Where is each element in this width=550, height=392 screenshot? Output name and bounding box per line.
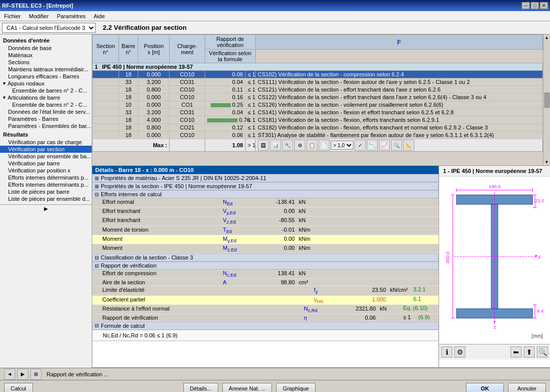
force-value-1: -138.41: [261, 198, 297, 207]
expand-icon-verif: ⊟: [95, 263, 99, 269]
table-scrollbar[interactable]: ▲ ▼: [543, 34, 550, 165]
sidebar-item-params-barres[interactable]: Paramètres - Barres: [0, 115, 92, 122]
table-row-2[interactable]: 33 3.200 CO31 0.04 ≤ 1 CS111) Vérificati…: [93, 78, 543, 86]
sidebar-item-verif-ensemble[interactable]: Vérification par ensemble de ba...: [0, 153, 92, 160]
toolbar-icon-2[interactable]: 📊: [270, 140, 281, 151]
svg-text:190.0: 190.0: [489, 184, 500, 189]
col-header-F: F: [256, 35, 543, 50]
table-row-9[interactable]: 18 0.000 CO10 0.06 ≤ 1 ST301) Analyse de…: [93, 132, 543, 139]
ok-button[interactable]: OK: [466, 383, 504, 393]
sidebar-item-donnees-base[interactable]: Données de base: [0, 45, 92, 52]
force-label-1: Effort normal: [92, 198, 221, 207]
sidebar-item-efforts-1[interactable]: Efforts internes déterminants p...: [0, 174, 92, 181]
close-button[interactable]: ✕: [540, 2, 548, 9]
toolbar-icon-10[interactable]: 🔍: [391, 140, 402, 151]
diagram-info-btn[interactable]: ℹ: [441, 346, 452, 358]
classification-header[interactable]: ⊟ Classification de la section - Classe …: [92, 253, 439, 262]
sidebar-item-maintiens[interactable]: Maintiens latéraux intermédiair...: [0, 66, 92, 73]
minimize-button[interactable]: ─: [522, 2, 530, 9]
max-value: [170, 139, 205, 152]
verif-ref-2: [322, 279, 439, 286]
diagram-up-btn[interactable]: ⬆: [524, 346, 535, 358]
sidebar-item-longueurs[interactable]: Longueurs efficaces - Barres: [0, 73, 92, 80]
sidebar-item-efforts-2[interactable]: Efforts internes déterminants p...: [0, 181, 92, 188]
table-row-3[interactable]: 18 0.800 CO10 0.11 ≤ 1 CS121) Vérificati…: [93, 86, 543, 94]
title-bar-buttons: ─ □ ✕: [522, 2, 548, 9]
internal-forces-label: Efforts internes de calcul: [101, 191, 162, 197]
table-row-8[interactable]: 18 0.800 CO21 0.12 ≤ 1 CS182) Vérificati…: [93, 124, 543, 132]
diagram-export-btn[interactable]: ⬅: [510, 346, 522, 358]
sidebar-item-sections[interactable]: Sections: [0, 59, 92, 66]
menu-parametres[interactable]: Paramètres: [53, 12, 90, 20]
left-panel-content: Données d'entrée Données de base Matéria…: [0, 34, 92, 204]
table-row-7[interactable]: 18 4.000 CO10 0.76 ≤ 1 CS181) Vérificati…: [93, 116, 543, 124]
internal-forces-header[interactable]: ⊟ Efforts internes de calcul: [92, 190, 439, 198]
sidebar-item-verif-cas[interactable]: Vérification par cas de charge: [0, 139, 92, 146]
verif-ref-4: 6.1: [413, 296, 439, 304]
toolbar-icon-3[interactable]: 🔧: [282, 140, 293, 151]
sidebar-item-verif-barre[interactable]: Vérification par barre: [0, 160, 92, 167]
sec-props-header[interactable]: ⊞ Propriétés de la section - IPE 450 | N…: [92, 182, 439, 190]
verif-report-header[interactable]: ⊟ Rapport de vérification: [92, 262, 439, 270]
sidebar-item-verif-position[interactable]: Vérification par position x: [0, 167, 92, 174]
sidebar-group-appuis[interactable]: ▼Appuis nodaux: [0, 80, 92, 87]
sidebar-item-params-ensemble[interactable]: Paramètres - Ensembles de bar...: [0, 122, 92, 129]
nav-icon-1[interactable]: ◄: [4, 369, 15, 380]
force-unit-6: kNm: [297, 244, 322, 253]
diagram-settings-btn[interactable]: ⚙: [454, 346, 465, 358]
sidebar-item-artic-ensemble[interactable]: Ensemble de barres n° 2 - C...: [0, 101, 92, 108]
verif-ref-3: 3.2.1: [413, 286, 439, 295]
force-unit-2: kN: [297, 207, 322, 216]
mat-props-header[interactable]: ⊞ Propriétés de matériau - Acier S 235 J…: [92, 174, 439, 182]
menu-fichier[interactable]: Fichier: [0, 12, 25, 20]
nav-icon-2[interactable]: ▶: [17, 369, 28, 380]
force-row-5: Moment My,Ed 0.00 kNm: [92, 235, 439, 244]
toolbar-icon-4[interactable]: ⚙: [294, 140, 305, 151]
case-dropdown[interactable]: CA1 - Calcul selon l'Eurocode 3: [2, 23, 96, 33]
table-row-6[interactable]: 33 3.200 CO31 0.04 ≤ 1 CS141) Vérificati…: [93, 109, 543, 116]
sidebar-item-materiaux[interactable]: Matériaux: [0, 52, 92, 59]
formula-header[interactable]: ⊟ Formule de calcul: [92, 322, 439, 330]
menu-modifier[interactable]: Modifier: [25, 12, 53, 20]
scroll-down-arrow[interactable]: ▼: [545, 160, 549, 164]
cell-formule-2: CS111) Vérification de la section - flex…: [256, 78, 543, 86]
menu-aide[interactable]: Aide: [90, 12, 109, 20]
toolbar-icon-9[interactable]: 📈: [379, 140, 390, 151]
sidebar-item-verif-section[interactable]: Vérification par section: [0, 146, 92, 153]
calcul-button[interactable]: Calcul: [4, 383, 33, 393]
table-row-4[interactable]: 18 0.000 CO10 0.16 ≤ 1 CS122) Vérificati…: [93, 94, 543, 101]
sidebar-item-liste-ensemble[interactable]: Liste de pièces par ensemble d...: [0, 195, 92, 202]
toolbar-icon-7[interactable]: ✓: [355, 140, 366, 151]
toolbar-icon-8[interactable]: 📉: [367, 140, 378, 151]
graphique-button[interactable]: Graphique: [276, 383, 315, 393]
toolbar-icon-6[interactable]: 📄: [319, 140, 330, 151]
toolbar-icon-1[interactable]: 🖼: [258, 140, 269, 151]
annuler-button[interactable]: Annuler: [508, 383, 546, 393]
sidebar-group-articulations[interactable]: ▼Articulations de barre: [0, 94, 92, 101]
annexe-button[interactable]: Annexe Nat. ...: [222, 383, 272, 393]
table-row-5[interactable]: 10 0.000 CO1 0.25 ≤ 1 CS126) Vérificatio…: [93, 101, 543, 109]
app-title: RF-STEEL EC3 - [Entrepot]: [2, 3, 73, 9]
toolbar-icon-5[interactable]: 📋: [306, 140, 318, 151]
max-toolbar: 🖼 📊 🔧 ⚙ 📋 📄 > 1,0: [256, 139, 543, 152]
sidebar-item-appuis-ensemble[interactable]: Ensemble de barres n° 2 - C...: [0, 87, 92, 94]
maximize-button[interactable]: □: [531, 2, 539, 9]
scroll-thumb[interactable]: [544, 93, 549, 108]
sidebar-item-etat-limite[interactable]: Données de l'état limite de serv...: [0, 108, 92, 115]
cell-charge: CO10: [170, 71, 205, 78]
left-panel-scroll-arrow[interactable]: ▶: [0, 204, 92, 212]
expand-icon-class: ⊟: [95, 255, 99, 260]
table-row-1[interactable]: 18 0.000 CO10 0.06 ≤ 1 CS102) Vérificati…: [93, 71, 543, 78]
scroll-up-arrow[interactable]: ▲: [545, 35, 549, 40]
nav-icon-3[interactable]: ⊞: [30, 369, 42, 380]
toolbar-icon-11[interactable]: 📐: [403, 140, 414, 151]
col-header-charge: Charge-ment: [170, 35, 205, 63]
cell-charge-2: CO31: [170, 78, 205, 86]
scale-dropdown[interactable]: > 1,0: [331, 141, 353, 150]
section-diagram-container: 190.0 21.0 450.0: [439, 177, 550, 344]
details-button[interactable]: Détails...: [183, 383, 218, 393]
sidebar-item-liste-barres[interactable]: Liste de pièces par barre: [0, 188, 92, 195]
diagram-zoom-btn[interactable]: 🔍: [537, 346, 548, 358]
force-label-6: Moment: [92, 244, 221, 253]
cell-position: 0.000: [138, 71, 170, 78]
